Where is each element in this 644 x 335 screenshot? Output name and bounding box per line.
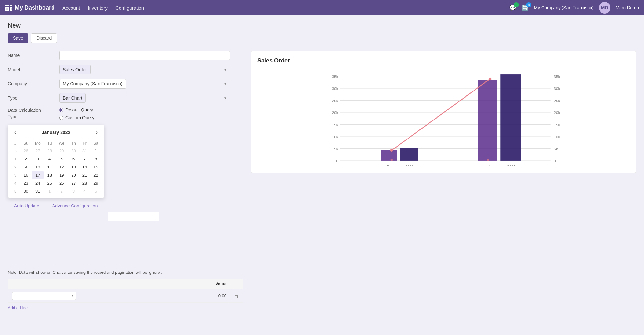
cal-day[interactable]: 8 — [90, 155, 101, 163]
nav-account[interactable]: Account — [62, 4, 80, 12]
discard-button[interactable]: Discard — [31, 33, 57, 43]
logo[interactable]: My Dashboard — [5, 5, 55, 11]
cal-day[interactable]: 18 — [44, 171, 55, 179]
nav-inventory[interactable]: Inventory — [88, 4, 108, 12]
cal-day[interactable]: 15 — [90, 163, 101, 171]
cal-day[interactable]: 30 — [20, 187, 32, 195]
custom-query-label: Custom Query — [65, 115, 94, 120]
cal-day[interactable]: 14 — [79, 163, 90, 171]
svg-text:15k: 15k — [332, 123, 338, 127]
company-label[interactable]: My Company (San Francisco) — [534, 5, 593, 10]
model-select[interactable]: Sales Order — [59, 65, 91, 74]
table-row: 0.00 🗑 — [8, 289, 243, 303]
table-cell-value: 0.00 — [185, 289, 230, 303]
update-notification[interactable]: 🔄 8 — [522, 4, 529, 11]
calendar-area: ‹ January 2022 › # Su Mo Tu We — [8, 125, 243, 198]
cal-day[interactable]: 28 — [44, 147, 55, 155]
delete-row-button[interactable]: 🗑 — [234, 293, 239, 299]
user-name: Marc Demo — [616, 5, 639, 10]
cal-day[interactable]: 10 — [32, 163, 44, 171]
cal-header-mo: Mo — [32, 140, 44, 147]
user-avatar[interactable]: MD — [599, 2, 610, 14]
cal-day[interactable]: 16 — [20, 171, 32, 179]
trend-dot-2 — [489, 78, 492, 81]
row-select[interactable] — [12, 292, 76, 300]
table-cell-name — [8, 289, 185, 303]
page-title: New — [8, 22, 636, 29]
name-label: Name — [8, 53, 59, 58]
type-select[interactable]: Bar Chart — [59, 93, 86, 103]
custom-query-radio[interactable]: Custom Query — [59, 115, 243, 120]
company-row: Company My Company (San Francisco) — [8, 79, 243, 89]
cal-day[interactable]: 26 — [55, 179, 68, 187]
add-line-link[interactable]: Add a Line — [8, 305, 28, 310]
cal-day[interactable]: 27 — [32, 147, 44, 155]
svg-text:0: 0 — [336, 159, 338, 163]
name-input[interactable] — [59, 51, 230, 60]
tab-advance-config[interactable]: Advance Configuration — [46, 201, 104, 212]
cal-day[interactable]: 5 — [55, 155, 68, 163]
cal-week-num: 52 — [11, 147, 20, 155]
grid-icon — [5, 5, 12, 11]
cal-day[interactable]: 9 — [20, 163, 32, 171]
cal-day[interactable]: 5 — [90, 187, 101, 195]
cal-day[interactable]: 3 — [32, 155, 44, 163]
cal-day[interactable]: 27 — [68, 179, 79, 187]
tab-auto-update[interactable]: Auto Update — [8, 201, 46, 212]
cal-day[interactable]: 24 — [32, 179, 44, 187]
cal-day[interactable]: 6 — [68, 155, 79, 163]
model-label: Model — [8, 67, 59, 72]
cal-day[interactable]: 4 — [44, 155, 55, 163]
cal-day[interactable]: 31 — [79, 147, 90, 155]
dec-bar-2 — [400, 148, 418, 161]
cal-day[interactable]: 2 — [55, 187, 68, 195]
nov-bar-2 — [500, 74, 521, 161]
cal-day[interactable]: 28 — [79, 179, 90, 187]
cal-day[interactable]: 26 — [20, 147, 32, 155]
cal-week-num: 1 — [11, 155, 20, 163]
col-name-header — [8, 279, 185, 289]
date-input[interactable] — [108, 212, 159, 221]
cal-day[interactable]: 30 — [68, 147, 79, 155]
type-select-wrap: Bar Chart — [59, 93, 230, 103]
cal-day[interactable]: 17 — [32, 171, 44, 179]
cal-header-fr: Fr — [79, 140, 90, 147]
svg-text:20k: 20k — [554, 110, 560, 115]
cal-day[interactable]: 25 — [44, 179, 55, 187]
cal-day[interactable]: 29 — [90, 179, 101, 187]
dec-bar-1 — [381, 150, 397, 161]
cal-day[interactable]: 20 — [68, 171, 79, 179]
chart-title: Sales Order — [257, 57, 630, 64]
save-button[interactable]: Save — [8, 33, 28, 43]
cal-day[interactable]: 12 — [55, 163, 68, 171]
topnav-right: 💬 2 🔄 8 My Company (San Francisco) MD Ma… — [509, 2, 639, 14]
cal-day[interactable]: 19 — [55, 171, 68, 179]
cal-day[interactable]: 1 — [44, 187, 55, 195]
cal-day[interactable]: 23 — [20, 179, 32, 187]
nav-configuration[interactable]: Configuration — [115, 4, 144, 12]
cal-day[interactable]: 11 — [44, 163, 55, 171]
cal-day[interactable]: 3 — [68, 187, 79, 195]
type-row: Type Bar Chart — [8, 93, 243, 103]
company-select[interactable]: My Company (San Francisco) — [59, 79, 126, 89]
cal-day[interactable]: 4 — [79, 187, 90, 195]
cal-day[interactable]: 7 — [79, 155, 90, 163]
type-label: Type — [8, 95, 59, 100]
custom-query-input[interactable] — [59, 116, 63, 120]
cal-day[interactable]: 21 — [79, 171, 90, 179]
chat-notification[interactable]: 💬 2 — [509, 4, 516, 11]
cal-day[interactable]: 31 — [32, 187, 44, 195]
cal-next-btn[interactable]: › — [93, 129, 100, 136]
cal-day[interactable]: 1 — [90, 147, 101, 155]
cal-day[interactable]: 29 — [55, 147, 68, 155]
cal-table: # Su Mo Tu We Th Fr Sa 522627282930 — [11, 140, 101, 195]
col-value-header: Value — [185, 279, 230, 289]
svg-text:December 2021: December 2021 — [387, 164, 414, 166]
default-query-input[interactable] — [59, 108, 63, 112]
cal-prev-btn[interactable]: ‹ — [12, 129, 19, 136]
cal-day[interactable]: 2 — [20, 155, 32, 163]
cal-day[interactable]: 13 — [68, 163, 79, 171]
default-query-radio[interactable]: Default Query — [59, 107, 243, 112]
cal-day[interactable]: 22 — [90, 171, 101, 179]
cal-header-su: Su — [20, 140, 32, 147]
